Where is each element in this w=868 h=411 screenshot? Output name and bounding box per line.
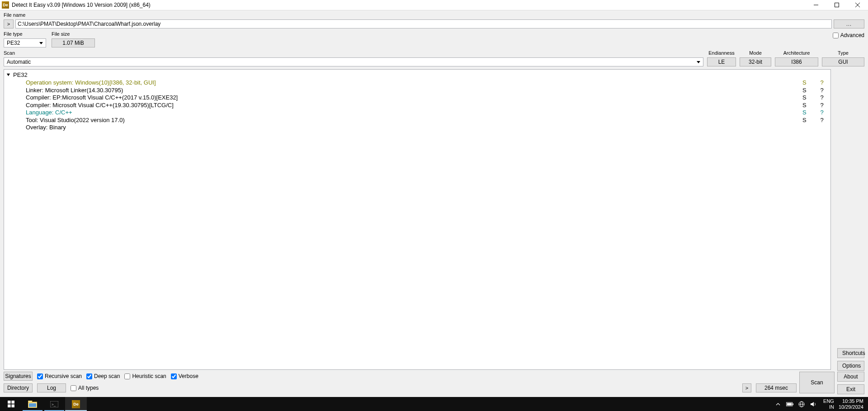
scanmode-combo[interactable]: Automatic (4, 57, 703, 66)
tree-item-text: Compiler: Microsoft Visual C/C++(19.30.3… (26, 102, 802, 109)
help-link[interactable]: ? (818, 109, 826, 117)
options-button[interactable]: Options (837, 361, 864, 371)
recursive-wrap[interactable]: Recursive scan (37, 373, 82, 379)
signature-link[interactable]: S (802, 79, 818, 87)
taskbar-explorer[interactable] (22, 397, 43, 411)
filename-label: File name (4, 12, 864, 18)
titlebar: Detect It Easy v3.09 [Windows 10 Version… (0, 0, 868, 10)
advanced-checkbox[interactable] (833, 33, 839, 38)
tray-up-icon[interactable] (774, 401, 782, 408)
start-button[interactable] (0, 397, 22, 411)
bottom-area: Signatures Recursive scan Deep scan Heur… (0, 372, 868, 397)
tree-item-text: Language: C/C++ (26, 109, 802, 117)
scan-button[interactable]: Scan (799, 372, 835, 393)
alltypes-checkbox[interactable] (71, 385, 76, 391)
signature-link[interactable]: S (802, 87, 818, 94)
fileinfo-row: File type PE32 File size 1.07 MiB Advanc… (0, 31, 868, 50)
language-indicator[interactable]: ENG IN (821, 398, 836, 410)
close-button[interactable] (847, 0, 868, 10)
heuristic-label: Heuristic scan (132, 373, 166, 379)
filepath-input[interactable] (15, 19, 832, 28)
scan-row: Scan Automatic Endianness LE Mode 32-bit… (0, 50, 868, 68)
side-buttons-2: About Exit (837, 372, 864, 394)
tree-root-label: PE32 (13, 71, 28, 78)
date: 10/29/2024 (839, 404, 863, 410)
svg-rect-8 (11, 404, 14, 407)
taskbar: >_ De ENG IN 10:35 PM 10/29/2024 (0, 397, 868, 411)
volume-icon[interactable] (810, 401, 817, 408)
time: 10:35 PM (842, 398, 863, 404)
directory-button[interactable]: Directory (4, 383, 33, 392)
window-title: Detect It Easy v3.09 [Windows 10 Version… (12, 2, 806, 8)
tree-item[interactable]: Linker: Microsoft Linker(14.30.30795)S? (6, 87, 829, 94)
recursive-label: Recursive scan (45, 373, 82, 379)
help-link[interactable]: ? (818, 87, 826, 94)
log-button[interactable]: Log (37, 383, 66, 392)
browse-button[interactable]: ... (834, 19, 864, 28)
results-tree[interactable]: PE32 Operation system: Windows(10)[I386,… (4, 69, 831, 370)
bottom-left: Signatures Recursive scan Deep scan Heur… (4, 372, 797, 394)
mode-button[interactable]: 32-bit (740, 57, 771, 66)
filetype-combo[interactable]: PE32 (4, 38, 46, 47)
signature-link[interactable]: S (802, 94, 818, 102)
tree-item[interactable]: Compiler: EP:Microsoft Visual C/C++(2017… (6, 94, 829, 102)
tree-item[interactable]: Overlay: Binary (6, 124, 829, 132)
timing-button[interactable]: 264 msec (756, 383, 797, 392)
arch-col: Architecture I386 (775, 50, 818, 66)
alltypes-label: All types (78, 385, 99, 391)
tree-item-text: Overlay: Binary (26, 124, 802, 132)
heuristic-checkbox[interactable] (124, 373, 130, 379)
scan-label: Scan (4, 50, 703, 56)
tree-item-text: Compiler: EP:Microsoft Visual C/C++(2017… (26, 94, 802, 102)
shortcuts-button[interactable]: Shortcuts (837, 348, 864, 358)
svg-rect-16 (787, 403, 792, 405)
tree-item[interactable]: Compiler: Microsoft Visual C/C++(19.30.3… (6, 102, 829, 109)
type-button[interactable]: GUI (822, 57, 864, 66)
chevron-down-icon (6, 73, 10, 77)
recursive-checkbox[interactable] (37, 373, 43, 379)
network-icon[interactable] (798, 401, 805, 408)
help-link[interactable]: ? (818, 79, 826, 87)
signatures-button[interactable]: Signatures (4, 372, 33, 381)
main-content: File name > ... File type PE32 File size… (0, 10, 868, 397)
clock[interactable]: 10:35 PM 10/29/2024 (836, 398, 866, 410)
tree-item[interactable]: Tool: Visual Studio(2022 version 17.0)S? (6, 117, 829, 124)
arch-button[interactable]: I386 (775, 57, 818, 66)
tree-root[interactable]: PE32 (6, 71, 829, 79)
about-button[interactable]: About (837, 372, 864, 382)
go-button[interactable]: > (4, 19, 14, 28)
advanced-label: Advanced (840, 32, 864, 38)
tree-item[interactable]: Language: C/C++S? (6, 109, 829, 117)
svg-marker-20 (811, 402, 814, 406)
taskbar-die[interactable]: De (65, 397, 87, 411)
verbose-checkbox[interactable] (171, 373, 177, 379)
minimize-button[interactable] (806, 0, 826, 10)
signature-link[interactable]: S (802, 109, 818, 117)
filename-row: > ... (0, 19, 868, 31)
tree-item[interactable]: Operation system: Windows(10)[I386, 32-b… (6, 79, 829, 87)
maximize-button[interactable] (826, 0, 847, 10)
svg-rect-11 (29, 403, 36, 407)
verbose-wrap[interactable]: Verbose (171, 373, 198, 379)
help-link[interactable]: ? (818, 102, 826, 109)
filesize-button[interactable]: 1.07 MiB (52, 38, 95, 47)
taskbar-cmd[interactable]: >_ (43, 397, 65, 411)
signature-link[interactable]: S (802, 102, 818, 109)
heuristic-wrap[interactable]: Heuristic scan (124, 373, 166, 379)
verbose-label: Verbose (179, 373, 198, 379)
signature-link[interactable]: S (802, 117, 818, 124)
help-link[interactable]: ? (818, 94, 826, 102)
filesize-label: File size (52, 31, 95, 37)
go2-button[interactable]: > (742, 383, 751, 392)
help-link[interactable]: ? (818, 117, 826, 124)
endianness-label: Endianness (707, 50, 736, 56)
tree-item-text: Operation system: Windows(10)[I386, 32-b… (26, 79, 802, 87)
filetype-label: File type (4, 31, 46, 37)
scanmode-col: Scan Automatic (4, 50, 703, 66)
battery-icon[interactable] (786, 401, 793, 408)
deep-wrap[interactable]: Deep scan (86, 373, 120, 379)
alltypes-wrap[interactable]: All types (71, 385, 99, 391)
endianness-button[interactable]: LE (707, 57, 736, 66)
deep-checkbox[interactable] (86, 373, 92, 379)
exit-button[interactable]: Exit (837, 384, 864, 394)
